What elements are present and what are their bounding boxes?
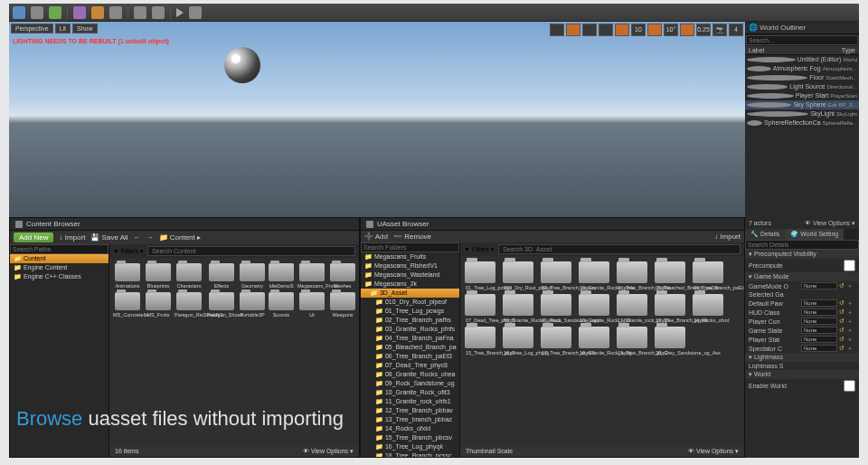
- snap-angle-icon[interactable]: [647, 24, 662, 36]
- asset-folder[interactable]: 07_Dead_Tree_phyc8: [464, 294, 496, 323]
- asset-folder[interactable]: IdleDemoS: [269, 263, 294, 289]
- asset-folder[interactable]: 04_Tree_Branch_paFna: [616, 261, 648, 290]
- outliner-row[interactable]: FloorStaticMesh...: [745, 73, 859, 82]
- lit-button[interactable]: Lit: [55, 24, 71, 33]
- maximize-icon[interactable]: 4: [729, 24, 743, 36]
- camera-speed[interactable]: 0.25: [696, 24, 711, 36]
- asset-folder[interactable]: 10_Granite_Rock_ofit3: [578, 294, 610, 323]
- view-options-button[interactable]: 👁 View Options ▾: [303, 448, 354, 455]
- view-options-button[interactable]: 👁 View Options ▾: [805, 220, 855, 227]
- launch-icon[interactable]: [189, 6, 202, 19]
- outliner-row[interactable]: Untitled (Editor)World: [745, 55, 859, 64]
- asset-folder[interactable]: Paragon_Shoes: [207, 292, 236, 318]
- asset-folder[interactable]: Megascans_Fruits: [297, 263, 326, 289]
- tree-item[interactable]: 📁 05_Bleached_Branch_pa: [361, 343, 459, 352]
- import-button[interactable]: ↓ Import: [714, 232, 741, 241]
- snap-angle-value[interactable]: 10°: [664, 24, 678, 36]
- spectator-dropdown[interactable]: None: [801, 345, 837, 352]
- asset-folder[interactable]: 12_Tree_Branch_pproll: [654, 294, 686, 323]
- tree-item[interactable]: 📁 08_Granite_Rocks_ohea: [361, 370, 459, 379]
- asset-folder[interactable]: 11_Granite_rock_phoj3: [616, 294, 648, 323]
- snap-grid-icon[interactable]: [615, 24, 629, 36]
- asset-folder[interactable]: Characters: [175, 263, 203, 289]
- tree-item[interactable]: 📁 04_Tree_Branch_paFna: [361, 334, 459, 343]
- add-button[interactable]: ➕ Add: [364, 232, 388, 241]
- outliner-row[interactable]: Sky SphereEdit BP_S...: [745, 100, 859, 109]
- asset-folder[interactable]: 09_Rock_Sandstone_ogqi: [540, 294, 572, 323]
- save-all-button[interactable]: 💾 Save All: [90, 233, 127, 242]
- category-precomputed-visibility[interactable]: Precomputed Visibility: [745, 250, 859, 259]
- details-tab[interactable]: 🔧 Details: [745, 229, 785, 240]
- outliner-search-input[interactable]: [746, 35, 858, 45]
- transform-widget-icon[interactable]: [550, 24, 564, 36]
- tree-item[interactable]: 📁 Megascans_Wasteland: [361, 270, 459, 280]
- view-options-button[interactable]: 👁 View Options ▾: [688, 448, 739, 455]
- tree-item[interactable]: 📁 Megascans_Fruits: [361, 252, 459, 261]
- asset-folder[interactable]: Weapons: [330, 292, 355, 318]
- open-icon[interactable]: [31, 6, 43, 19]
- tree-item[interactable]: 📁 09_Rock_Sandstone_og: [361, 379, 459, 388]
- asset-folder[interactable]: 03_Granite_Rocks_pfnfs: [578, 261, 610, 290]
- asset-folder[interactable]: MS_Concretella: [113, 292, 142, 318]
- asset-folder[interactable]: 16_Tree_Log_phyqk: [502, 327, 534, 356]
- blueprints-icon[interactable]: [109, 6, 122, 19]
- outliner-row[interactable]: SkyLightSkyLight: [745, 109, 859, 119]
- cinematics-icon[interactable]: [134, 6, 146, 19]
- tree-item[interactable]: 📁 02_Tree_Branch_pafhs: [361, 316, 459, 325]
- tree-item[interactable]: 📁 Megascans_RlshedV1: [361, 261, 459, 270]
- asset-folder[interactable]: 20_Grey_Sandstone_og_Ass: [654, 327, 686, 356]
- import-button[interactable]: ↓ Import: [59, 233, 85, 242]
- asset-folder[interactable]: MS_Fruits: [146, 292, 171, 318]
- save-icon[interactable]: [13, 6, 25, 19]
- asset-folder[interactable]: UI: [297, 292, 326, 318]
- tree-item[interactable]: 📁 18_Tree_Branch_pcssc: [361, 451, 459, 457]
- precompute-checkbox[interactable]: [844, 260, 855, 271]
- category-lightmass[interactable]: Lightmass: [745, 353, 859, 362]
- gamemode-dropdown[interactable]: None: [801, 282, 837, 289]
- asset-folder[interactable]: 02_Tree_Branch_pasun: [540, 261, 572, 290]
- add-new-button[interactable]: Add New: [14, 232, 53, 242]
- tree-item[interactable]: 📁 03_Granite_Rocks_pfnfs: [361, 325, 459, 334]
- outliner-label-header[interactable]: Label: [749, 47, 842, 53]
- uasset-browser-tab[interactable]: UAsset Browser: [361, 218, 744, 231]
- asset-folder[interactable]: 08_Granite_Rocks_ohsou: [502, 294, 534, 323]
- world-outliner-tab[interactable]: 🌐 World Outliner: [745, 22, 859, 34]
- asset-folder[interactable]: 05_Bleached_Branch_paFss: [654, 261, 686, 290]
- play-icon[interactable]: [176, 8, 184, 17]
- tree-item[interactable]: 📁 13_Tree_branch_pbbaz: [361, 415, 459, 424]
- snap-grid-value[interactable]: 10: [631, 24, 646, 36]
- content-search-input[interactable]: [147, 246, 355, 256]
- asset-folder[interactable]: 15_Tree_Branch_ptan: [464, 327, 496, 356]
- game-state-dropdown[interactable]: None: [801, 327, 837, 334]
- tree-search-input[interactable]: [10, 244, 108, 254]
- asset-folder[interactable]: 01_Tree_Log_pcwgs: [464, 261, 496, 290]
- player-stat-dropdown[interactable]: None: [801, 336, 837, 343]
- level-viewport[interactable]: Perspective Lit Show 10 10° 0.25 📷: [9, 22, 745, 217]
- tree-item[interactable]: 📁 12_Tree_Branch_pbbav: [361, 406, 459, 415]
- category-world[interactable]: World: [745, 370, 859, 379]
- marketplace-icon[interactable]: [73, 6, 86, 19]
- outliner-row[interactable]: SphereReflectionCaSphereRefle...: [745, 119, 859, 128]
- breadcrumb[interactable]: 📁 Content ▸: [159, 233, 202, 242]
- tree-item[interactable]: 📁 010_Dry_Root_plpeof: [361, 298, 459, 307]
- player-con-dropdown[interactable]: None: [801, 318, 837, 325]
- remove-button[interactable]: ➖ Remove: [393, 232, 431, 241]
- tree-item[interactable]: 📁 06_Tree_Branch_paEt3: [361, 352, 459, 361]
- world-settings-tab[interactable]: 🌍 World Setting: [785, 229, 844, 240]
- source-control-icon[interactable]: [49, 6, 61, 19]
- asset-folder[interactable]: 06_Tree_Branch_paEt3: [692, 261, 724, 290]
- tree-item-engine-content[interactable]: 📁 Engine Content: [10, 263, 108, 272]
- translate-icon[interactable]: [566, 24, 580, 36]
- tree-item[interactable]: 📁 01_Tree_Log_pcwgs: [361, 307, 459, 316]
- tree-item[interactable]: 📁 07_Dead_Tree_phyc8: [361, 361, 459, 370]
- tree-item[interactable]: 📁 15_Tree_Branch_pbcsv: [361, 433, 459, 442]
- enable-world-checkbox[interactable]: [844, 380, 855, 392]
- asset-folder[interactable]: Animations: [113, 263, 142, 289]
- tree-item-content[interactable]: 📁 Content: [10, 254, 108, 263]
- details-search-input[interactable]: [745, 240, 859, 250]
- tree-item[interactable]: 📁 11_Granite_rock_ohfx1: [361, 397, 459, 406]
- asset-folder[interactable]: Geometry: [240, 263, 265, 289]
- asset-folder[interactable]: Portable3P: [240, 292, 265, 318]
- content-browser-tab[interactable]: Content Browser: [10, 218, 359, 231]
- thumbnail-scale[interactable]: Thumbnail Scale: [466, 448, 513, 455]
